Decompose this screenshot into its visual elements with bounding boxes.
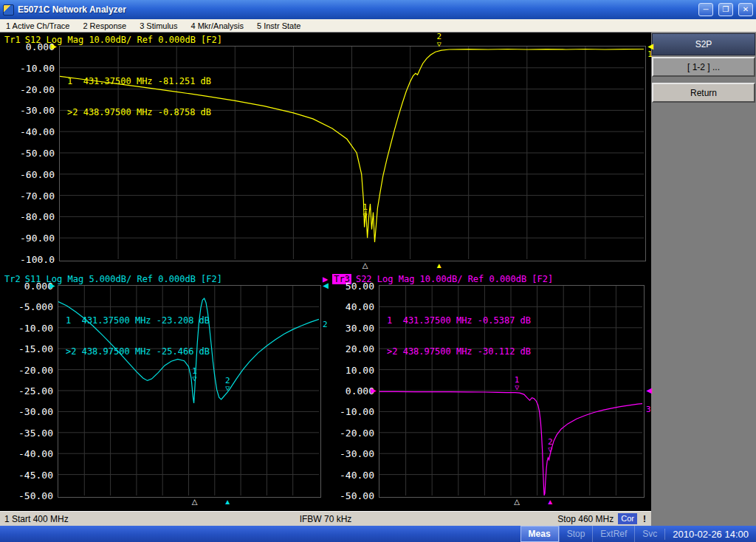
y-tick-label: -30.00 (340, 448, 374, 459)
marker-triangle-icon: ▽ (362, 212, 368, 220)
ref-level-arrow-left-icon: ▶ (371, 387, 377, 394)
softkey-return-button[interactable]: Return (652, 83, 755, 103)
y-tick-label: -100.0 (20, 254, 55, 265)
marker-number: 1 (515, 375, 520, 384)
marker1-readout: 1 431.37500 MHz -81.251 dB (67, 76, 211, 86)
app-icon (3, 4, 14, 16)
marker2-readout: >2 438.97500 MHz -30.112 dB (387, 346, 531, 357)
bottom-charts-row: Tr2 S11 Log Mag 5.000dB/ Ref 0.000dB [F2… (3, 273, 651, 498)
active-marker-stimulus-icon: ▲ (436, 262, 443, 270)
trace-marker-1[interactable]: 1▽ (515, 375, 520, 391)
softkey-1-2-button[interactable]: [ 1-2 ] ... (652, 57, 755, 77)
title-bar: E5071C Network Analyzer ─ ❐ ✕ (0, 0, 756, 19)
marker1-readout: 1 431.37500 MHz -0.5387 dB (387, 315, 531, 326)
trace-marker-2[interactable]: 2▽ (225, 377, 230, 393)
menu-response[interactable]: 2 Response (83, 21, 126, 30)
trace-marker-2[interactable]: 2▽ (548, 437, 553, 453)
marker-number: 1 (192, 367, 197, 376)
ref-level-arrow-left-icon: ▶ (49, 282, 55, 289)
y-tick-label: -70.00 (20, 190, 55, 201)
y-tick-label: -35.00 (18, 427, 53, 438)
lcd-display: Tr1 S12 Log Mag 10.00dB/ Ref 0.000dB [F2… (0, 32, 651, 511)
menu-active-ch-trace[interactable]: 1 Active Ch/Trace (6, 21, 69, 30)
y-tick-label: -90.00 (20, 233, 55, 244)
marker-stimulus-icon: △ (192, 498, 198, 506)
y-tick-label: -50.00 (340, 490, 374, 501)
svc-indicator[interactable]: Svc (634, 526, 664, 542)
y-tick-label: 20.00 (346, 343, 374, 354)
datetime-display: 2010-02-26 14:00 (664, 529, 756, 540)
marker-number: 2 (437, 32, 442, 41)
y-tick-label: -80.00 (20, 211, 55, 222)
minimize-button[interactable]: ─ (698, 3, 713, 16)
extref-indicator[interactable]: ExtRef (592, 526, 634, 542)
content-area: Tr1 S12 Log Mag 10.00dB/ Ref 0.000dB [F2… (0, 32, 756, 526)
softkey-menu-title: S2P (652, 33, 755, 55)
menu-mkr-analysis[interactable]: 4 Mkr/Analysis (190, 21, 244, 30)
y-tick-label: -30.00 (18, 406, 53, 417)
menu-stimulus[interactable]: 3 Stimulus (140, 21, 177, 30)
status-bar: 1 Start 400 MHz IFBW 70 kHz Stop 460 MHz… (0, 511, 651, 526)
y-tick-label: 50.00 (346, 281, 374, 292)
e5071c-screen: E5071C Network Analyzer ─ ❐ ✕ 1 Active C… (0, 0, 756, 542)
active-marker-stimulus-icon: ▲ (224, 498, 231, 506)
marker-number: 2 (548, 437, 553, 446)
ref-level-arrow-right-icon: ◀ (323, 282, 329, 289)
y-tick-label: -40.00 (340, 469, 374, 480)
y-tick-label: 30.00 (346, 322, 374, 333)
marker1-readout: 1 431.37500 MHz -23.208 dB (66, 315, 210, 326)
trace-marker-1[interactable]: 1▽ (192, 367, 197, 383)
y-tick-label: -10.00 (18, 322, 53, 333)
taskbar: Meas Stop ExtRef Svc 2010-02-26 14:00 (0, 526, 756, 542)
y-tick-label: -40.00 (18, 448, 53, 459)
stop-frequency: Stop 460 MHz (557, 514, 614, 524)
marker-triangle-icon: ▽ (548, 446, 553, 454)
meas-status-button[interactable]: Meas (520, 526, 559, 542)
left-column: Tr1 S12 Log Mag 10.00dB/ Ref 0.000dB [F2… (0, 32, 651, 526)
trace-marker-2[interactable]: 2▽ (437, 32, 442, 48)
marker-number: 2 (225, 377, 230, 385)
y-tick-label: -20.00 (20, 83, 55, 95)
y-tick-label: -50.00 (20, 148, 55, 159)
y-tick-label: -20.00 (340, 427, 374, 438)
menu-bar: 1 Active Ch/Trace 2 Response 3 Stimulus … (0, 19, 756, 32)
y-tick-label: -25.00 (18, 385, 53, 397)
y-tick-label: -45.00 (18, 469, 53, 480)
y-tick-label: -60.00 (20, 168, 55, 179)
trace2-label[interactable]: Tr2 (4, 274, 21, 284)
active-marker-stimulus-icon: ▲ (546, 498, 554, 506)
y-axis-tr2: 0.000-5.000-10.00-15.00-20.00-25.00-30.0… (3, 285, 58, 498)
trace3-params: S22 Log Mag 10.00dB/ Ref 0.000dB [F2] (356, 274, 553, 284)
marker2-readout: >2 438.97500 MHz -25.466 dB (66, 346, 210, 357)
marker-stimulus-icon: △ (362, 262, 368, 270)
trace1-label[interactable]: Tr1 (4, 35, 21, 45)
restore-button[interactable]: ❐ (718, 3, 733, 16)
y-axis-tr1: 0.000-10.00-20.00-30.00-40.00-50.00-60.0… (3, 46, 59, 261)
y-tick-label: -10.00 (340, 406, 374, 417)
marker-stimulus-icon: △ (514, 498, 520, 506)
softkey-menu: S2P [ 1-2 ] ... Return (651, 32, 756, 526)
alert-indicator: ! (642, 514, 647, 524)
y-tick-label: 10.00 (346, 364, 374, 375)
y-tick-label: -15.00 (18, 343, 53, 354)
correction-badge: Cor (618, 513, 637, 524)
ifbw-value: IFBW 70 kHz (300, 514, 352, 524)
marker-number: 1 (362, 203, 368, 212)
plot-area-tr2: 1 431.37500 MHz -23.208 dB >2 438.97500 … (58, 285, 321, 498)
y-tick-label: -30.00 (20, 105, 55, 116)
stop-indicator[interactable]: Stop (559, 526, 593, 542)
plot-area-tr3: 1 431.37500 MHz -0.5387 dB >2 438.97500 … (379, 285, 645, 498)
y-tick-label: -5.000 (18, 301, 53, 312)
trace-number-label: 1 (647, 49, 653, 59)
trace-marker-1[interactable]: 1▽ (362, 203, 368, 219)
marker-readout-tr3: 1 431.37500 MHz -0.5387 dB >2 438.97500 … (387, 295, 531, 377)
start-frequency: 1 Start 400 MHz (4, 514, 69, 524)
y-tick-label: -50.00 (18, 490, 53, 501)
chart-tr2-s11: Tr2 S11 Log Mag 5.000dB/ Ref 0.000dB [F2… (3, 273, 321, 498)
marker2-readout: >2 438.97500 MHz -0.8758 dB (67, 107, 211, 117)
menu-instr-state[interactable]: 5 Instr State (257, 21, 300, 30)
y-tick-label: -10.00 (20, 62, 55, 73)
trace-number-label: 2 (323, 320, 328, 329)
close-button[interactable]: ✕ (738, 3, 753, 16)
window-title: E5071C Network Analyzer (18, 4, 693, 15)
